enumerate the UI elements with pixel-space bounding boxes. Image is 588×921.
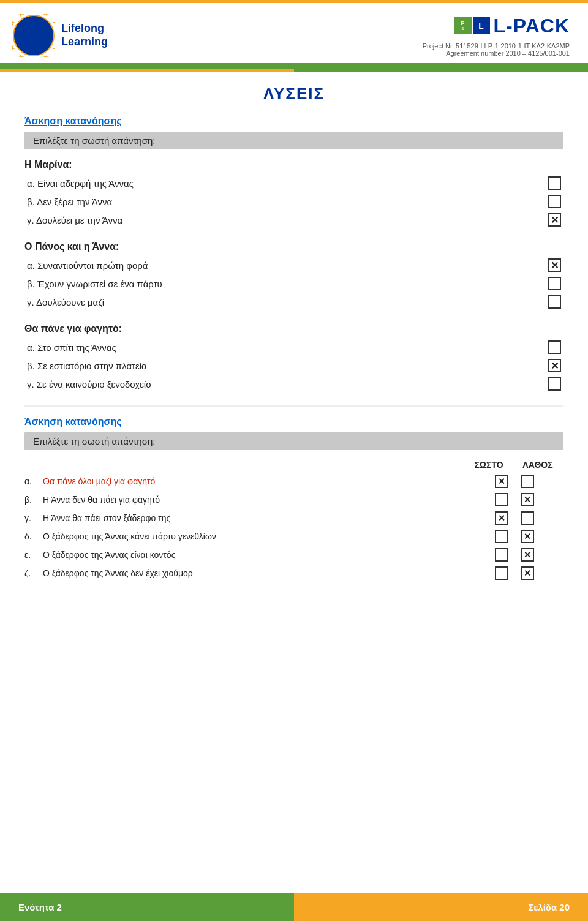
label-b3: β. — [27, 361, 37, 371]
footer-right-label: Σελίδα 20 — [528, 902, 570, 912]
section2-instruction: Επιλέξτε τη σωστή απάντηση: — [24, 432, 564, 450]
row-label-c: γ. — [24, 513, 43, 523]
lpack-box-l: L — [473, 17, 490, 34]
footer-left: Ενότητα 2 — [0, 893, 294, 921]
svg-marker-2 — [42, 14, 51, 17]
agreement-number: Agreement number 2010 – 4125/001-001 — [446, 50, 570, 57]
answer-row: γ. Σε ένα καινούριο ξενοδοχείο — [24, 377, 564, 391]
page-header: Lifelong Learning P 2 L L-PACK Project N… — [0, 3, 588, 66]
section1-heading: Άσκηση κατανόησης — [24, 116, 564, 127]
checkbox-c1[interactable] — [548, 213, 561, 227]
row-text-a: Θα πάνε όλοι μαζί για φαγητό — [43, 476, 466, 486]
label-a2: α. — [27, 260, 37, 271]
svg-marker-3 — [52, 18, 55, 27]
col-header-row: ΣΩΣΤΟ ΛΑΘΟΣ — [464, 460, 562, 470]
table-row-e: ε. Ο ξάδερφος της Άννας είναι κοντός — [24, 548, 564, 562]
label-b1: β. — [27, 197, 37, 207]
table-row-c: γ. Η Άννα θα πάει στον ξάδερφο της — [24, 511, 564, 525]
table-row-a: α. Θα πάνε όλοι μαζί για φαγητό — [24, 475, 564, 488]
table-row-d: δ. Ο ξάδερφος της Άννας κάνει πάρτυ γενε… — [24, 530, 564, 543]
checkbox-lathos-b[interactable] — [521, 493, 534, 506]
checkbox-b2[interactable] — [548, 277, 561, 290]
group3-title: Θα πάνε για φαγητό: — [24, 323, 564, 334]
checkbox-pair-d — [466, 530, 564, 543]
label-a3: α. — [27, 342, 37, 353]
header-logo-area: Lifelong Learning — [12, 14, 108, 57]
checkbox-lathos-c[interactable] — [521, 511, 534, 525]
checkbox-b1[interactable] — [548, 195, 561, 208]
row-text-b: Η Άννα δεν θα πάει για φαγητό — [43, 495, 466, 505]
svg-marker-5 — [52, 44, 55, 53]
section2-heading: Άσκηση κατανόησης — [24, 416, 564, 427]
label-c3: γ. — [27, 379, 37, 389]
label-b2: β. — [27, 279, 37, 289]
checkbox-sostos-c[interactable] — [495, 511, 508, 525]
answer-row: β. Έχουν γνωριστεί σε ένα πάρτυ — [24, 277, 564, 290]
answer-row: β. Σε εστιατόριο στην πλατεία — [24, 359, 564, 372]
checkbox-pair-a — [466, 475, 564, 488]
checkbox-sostos-b[interactable] — [495, 493, 508, 506]
checkbox-pair-b — [466, 493, 564, 506]
main-content: ΛΥΣΕΙΣ Άσκηση κατανόησης Επιλέξτε τη σωσ… — [0, 72, 588, 644]
answer-row: γ. Δουλεύουνε μαζί — [24, 295, 564, 309]
table-row-z: ζ. Ο ξάδερφος της Άννας δεν έχει χιούμορ — [24, 566, 564, 580]
answer-row: α. Στο σπίτι της Άννας — [24, 340, 564, 354]
checkbox-sostos-d[interactable] — [495, 530, 508, 543]
label-c1: γ. — [27, 215, 36, 225]
answer-row: α. Συναντιούνται πρώτη φορά — [24, 258, 564, 272]
checkbox-a3[interactable] — [548, 340, 561, 354]
checkbox-pair-e — [466, 548, 564, 562]
answer-row: γ. Δουλεύει με την Άννα — [24, 213, 564, 227]
label-c2: γ. — [27, 297, 36, 307]
page-footer: Ενότητα 2 Σελίδα 20 — [0, 893, 588, 921]
svg-marker-11 — [12, 18, 15, 27]
color-bars — [0, 69, 588, 72]
label-a1: α. — [27, 178, 37, 189]
group1-title: Η Μαρίνα: — [24, 159, 564, 170]
checkbox-lathos-z[interactable] — [521, 566, 534, 580]
checkbox-c2[interactable] — [548, 295, 561, 309]
svg-marker-12 — [17, 14, 25, 17]
checkbox-a2[interactable] — [548, 258, 561, 272]
checkbox-pair-z — [466, 566, 564, 580]
svg-point-0 — [13, 15, 54, 56]
lpack-box-p: P 2 — [454, 17, 472, 34]
section2: Άσκηση κατανόησης Επιλέξτε τη σωστή απάν… — [24, 416, 564, 580]
page-title: ΛΥΣΕΙΣ — [24, 85, 564, 103]
lifelong-learning-text: Lifelong Learning — [61, 22, 108, 48]
checkbox-a1[interactable] — [548, 176, 561, 190]
row-label-z: ζ. — [24, 568, 43, 578]
section-divider — [24, 405, 564, 407]
checkbox-lathos-e[interactable] — [521, 548, 534, 562]
row-label-a: α. — [24, 476, 43, 486]
row-label-b: β. — [24, 495, 43, 505]
answer-row: β. Δεν ξέρει την Άννα — [24, 195, 564, 208]
checkbox-sostos-e[interactable] — [495, 548, 508, 562]
eu-logo-icon — [12, 14, 55, 57]
table-row-b: β. Η Άννα δεν θα πάει για φαγητό — [24, 493, 564, 506]
section1: Άσκηση κατανόησης Επιλέξτε τη σωστή απάν… — [24, 116, 564, 391]
section1-instruction: Επιλέξτε τη σωστή απάντηση: — [24, 132, 564, 149]
footer-right: Σελίδα 20 — [294, 893, 588, 921]
checkbox-b3[interactable] — [548, 359, 561, 372]
checkbox-sostos-z[interactable] — [495, 566, 508, 580]
lpack-logo: P 2 L L-PACK — [454, 15, 570, 37]
col-header-sostos: ΣΩΣΤΟ — [470, 460, 507, 470]
checkbox-pair-c — [466, 511, 564, 525]
project-nr: Project Nr. 511529-LLP-1-2010-1-IT-KA2-K… — [423, 42, 570, 50]
checkbox-lathos-d[interactable] — [521, 530, 534, 543]
footer-left-label: Ενότητα 2 — [18, 902, 62, 912]
row-label-d: δ. — [24, 532, 43, 541]
svg-marker-8 — [17, 54, 25, 57]
row-text-d: Ο ξάδερφος της Άννας κάνει πάρτυ γενεθλί… — [43, 532, 466, 541]
checkbox-c3[interactable] — [548, 377, 561, 391]
row-label-e: ε. — [24, 550, 43, 560]
checkbox-sostos-a[interactable] — [495, 475, 508, 488]
col-header-lathos: ΛΑΘΟΣ — [519, 460, 556, 470]
checkbox-lathos-a[interactable] — [521, 475, 534, 488]
answer-row: α. Είναι αδερφή της Άννας — [24, 176, 564, 190]
svg-marker-9 — [12, 44, 15, 53]
row-text-e: Ο ξάδερφος της Άννας είναι κοντός — [43, 550, 466, 560]
group3: Θα πάνε για φαγητό: α. Στο σπίτι της Άνν… — [24, 323, 564, 391]
svg-marker-6 — [42, 54, 51, 57]
